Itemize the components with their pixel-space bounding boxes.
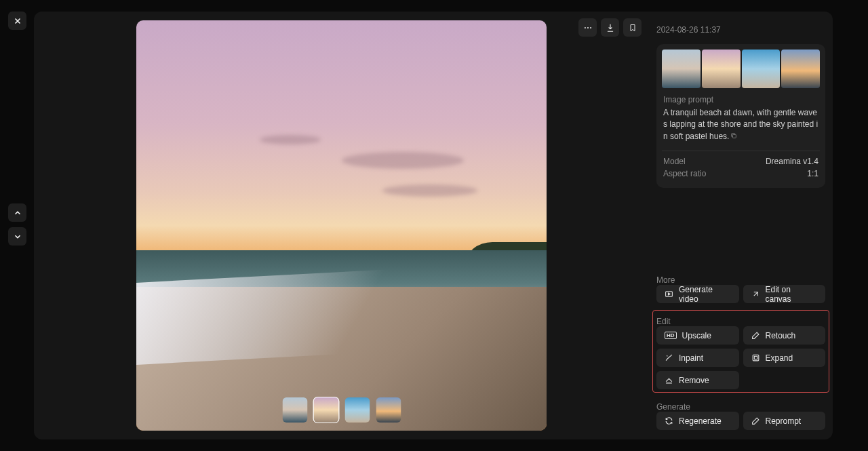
vertical-nav	[8, 203, 26, 246]
retouch-button[interactable]: Retouch	[743, 326, 826, 345]
thumbnail-4[interactable]	[376, 397, 401, 423]
upscale-button[interactable]: HD Upscale	[656, 326, 739, 345]
hd-icon: HD	[665, 332, 677, 340]
info-thumb-4[interactable]	[781, 50, 820, 88]
expand-button[interactable]: Expand	[743, 349, 826, 367]
remove-button[interactable]: Remove	[656, 371, 739, 389]
svg-rect-5	[753, 355, 759, 361]
svg-point-0	[584, 26, 585, 28]
bookmark-button[interactable]	[623, 18, 642, 37]
info-thumb-1[interactable]	[662, 50, 701, 88]
image-toolbar	[578, 18, 642, 37]
inpaint-button[interactable]: Inpaint	[656, 349, 739, 367]
svg-point-1	[587, 26, 588, 28]
model-row: ModelDreamina v1.4	[662, 155, 820, 168]
main-panel: 2024-08-26 11:37 Image prompt A tranquil…	[34, 12, 833, 439]
thumbnail-2[interactable]	[313, 397, 338, 423]
info-thumb-3[interactable]	[742, 50, 781, 88]
svg-rect-6	[754, 356, 757, 359]
thumbnail-1[interactable]	[282, 397, 307, 423]
main-image[interactable]	[136, 20, 547, 431]
thumbnail-strip	[282, 397, 401, 423]
prompt-text: A tranquil beach at dawn, with gentle wa…	[662, 107, 820, 146]
edit-on-canvas-button[interactable]: Edit on canvas	[743, 285, 826, 303]
copy-prompt-icon[interactable]	[730, 131, 737, 142]
svg-point-2	[590, 26, 591, 28]
section-edit-label: Edit	[656, 317, 671, 326]
thumbnail-3[interactable]	[344, 397, 370, 423]
more-options-button[interactable]	[578, 18, 597, 37]
nav-up-button[interactable]	[8, 203, 26, 222]
section-more-label: More	[656, 275, 675, 285]
regenerate-button[interactable]: Regenerate	[656, 412, 739, 430]
info-card: Image prompt A tranquil beach at dawn, w…	[656, 44, 825, 188]
prompt-label: Image prompt	[662, 95, 820, 107]
generate-video-button[interactable]: Generate video	[656, 285, 739, 303]
timestamp: 2024-08-26 11:37	[656, 25, 721, 35]
info-thumb-2[interactable]	[702, 50, 741, 88]
download-button[interactable]	[601, 18, 619, 37]
close-button[interactable]	[8, 12, 26, 30]
aspect-row: Aspect ratio1:1	[662, 168, 820, 180]
nav-down-button[interactable]	[8, 227, 26, 246]
reprompt-button[interactable]: Reprompt	[743, 412, 826, 430]
section-generate-label: Generate	[656, 402, 690, 412]
svg-rect-3	[733, 134, 736, 138]
